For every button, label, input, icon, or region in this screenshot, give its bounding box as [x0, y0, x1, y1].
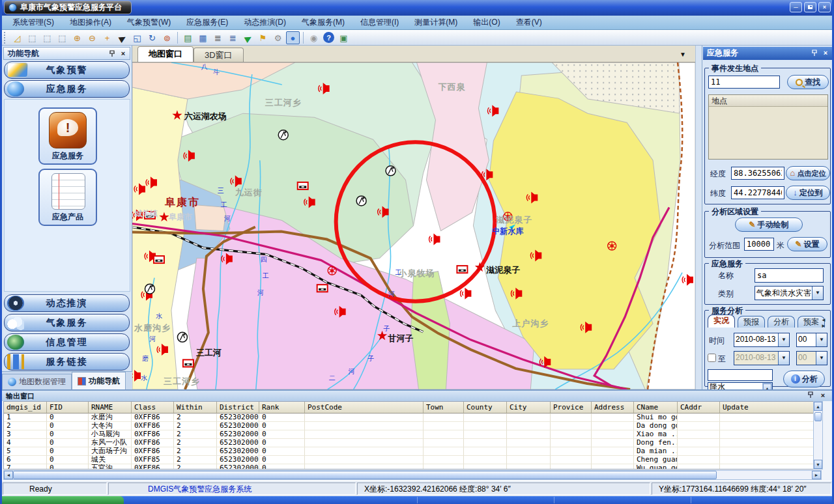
- minimize-button[interactable]: ─: [790, 2, 802, 12]
- menu-item-8[interactable]: 测量计算(M): [407, 16, 465, 29]
- select-lasso-icon[interactable]: ⬚: [40, 31, 54, 44]
- manual-draw-button[interactable]: ✎手动绘制: [735, 217, 803, 232]
- print-icon[interactable]: ≣: [211, 31, 225, 44]
- map-canvas[interactable]: 三工河乡下西泉九运街小泉牧场上户沟乡水磨沟乡三工河乡滋泥泉子城关镇阜康市六运湖农…: [132, 63, 695, 389]
- location-search-input[interactable]: [708, 76, 780, 89]
- column-header-District[interactable]: District: [217, 402, 259, 413]
- column-header-Address[interactable]: Address: [592, 402, 634, 413]
- to-checkbox[interactable]: [708, 354, 716, 362]
- table-row[interactable]: 70五官沟0XFF8626523020000Wu guan gou: [4, 464, 821, 469]
- select-rect-icon[interactable]: ⬚: [25, 31, 39, 44]
- vscroll-thumb[interactable]: [814, 412, 822, 421]
- table-vscrollbar[interactable]: ▲ ▼: [813, 401, 823, 469]
- column-header-Class[interactable]: Class: [132, 402, 174, 413]
- set-button[interactable]: ✎设置: [787, 237, 827, 251]
- analysis-tab-1[interactable]: 实况: [708, 315, 735, 328]
- toolbar-grip[interactable]: [4, 32, 7, 44]
- dropdown-arrow-icon[interactable]: ▼: [812, 287, 823, 300]
- window-list-dropdown-icon[interactable]: ▼: [680, 51, 686, 58]
- panel-splitter[interactable]: [695, 46, 702, 389]
- table-row[interactable]: 60城关0XFF8526523020000Cheng guan: [4, 456, 821, 464]
- visibility-icon[interactable]: ◉: [307, 31, 321, 44]
- select-feature-icon[interactable]: ▶: [238, 29, 257, 47]
- analyze-button[interactable]: i分析: [783, 371, 825, 387]
- nav-tab-2[interactable]: 功能导航: [72, 372, 126, 389]
- nav-section-2[interactable]: 应急服务: [4, 80, 130, 98]
- table-row[interactable]: 20大冬沟0XFF8626523020000Da dong gou: [4, 422, 821, 430]
- locate-to-button[interactable]: ↓定位到: [786, 186, 830, 200]
- marker-icon[interactable]: ⚑: [256, 31, 270, 44]
- column-header-County[interactable]: County: [464, 402, 507, 413]
- column-header-Rank[interactable]: Rank: [259, 402, 305, 413]
- print-color-icon[interactable]: ≣: [226, 31, 240, 44]
- menu-item-3[interactable]: 气象预警(W): [120, 16, 178, 29]
- nav-section-5[interactable]: 信息管理: [4, 333, 130, 351]
- place-list[interactable]: 地点: [708, 94, 828, 160]
- close-button[interactable]: ×: [818, 2, 831, 12]
- close-icon[interactable]: ×: [822, 49, 829, 57]
- zoom-out-icon[interactable]: ⊖: [85, 31, 99, 44]
- zoom-window-icon[interactable]: ⊚: [160, 31, 174, 44]
- close-icon[interactable]: ×: [119, 49, 127, 57]
- service-name-input[interactable]: [755, 268, 824, 283]
- map-layers-icon[interactable]: ▤: [181, 31, 195, 44]
- hscroll-thumb[interactable]: [13, 471, 717, 479]
- table-row[interactable]: 50大面场子沟0XFF8626523020000Da mian ...: [4, 447, 821, 456]
- pin-icon[interactable]: [811, 49, 818, 57]
- column-header-Within[interactable]: Within: [174, 402, 217, 413]
- type-select[interactable]: 气象和洪水灾害▼: [755, 286, 824, 300]
- date-select[interactable]: 2010-08-13▼: [734, 333, 790, 347]
- click-locate-button[interactable]: ⌂点击定位: [786, 166, 830, 180]
- dropdown-arrow-icon[interactable]: ▼: [778, 333, 789, 346]
- analysis-tab-2[interactable]: 预报: [738, 316, 765, 328]
- column-header-Provice[interactable]: Provice: [551, 402, 592, 413]
- scroll-right-icon[interactable]: ►: [812, 471, 821, 479]
- nav-section-1[interactable]: 气象预警: [4, 61, 130, 79]
- scroll-left-icon[interactable]: ◄: [4, 471, 13, 479]
- column-header-CName[interactable]: CName: [634, 402, 678, 413]
- range-input[interactable]: [744, 238, 774, 251]
- menu-item-4[interactable]: 应急服务(E): [179, 16, 235, 29]
- close-icon[interactable]: ×: [819, 391, 827, 399]
- image-view-icon[interactable]: ▦: [196, 31, 210, 44]
- start-button[interactable]: [0, 496, 124, 504]
- pin-icon[interactable]: [807, 391, 814, 399]
- nav-tab-1[interactable]: 地图数据管理: [2, 374, 72, 389]
- dropdown-arrow-icon[interactable]: ▼: [816, 333, 827, 346]
- column-header-dmgis_id[interactable]: dmgis_id: [4, 402, 47, 413]
- settings-icon[interactable]: ⚙: [271, 31, 285, 44]
- table-hscrollbar[interactable]: ◄ ►: [3, 470, 822, 480]
- full-extent-icon[interactable]: ◱: [130, 31, 144, 44]
- menu-item-1[interactable]: 系统管理(S): [5, 16, 61, 29]
- tool-button-2[interactable]: 应急产品: [38, 169, 97, 226]
- nav-section-6[interactable]: 服务链接: [4, 353, 130, 371]
- pan-icon[interactable]: +: [100, 31, 114, 44]
- globe-icon[interactable]: ●: [286, 31, 300, 44]
- column-header-RNAME[interactable]: RNAME: [89, 402, 132, 413]
- menu-item-5[interactable]: 动态推演(D): [237, 16, 293, 29]
- table-row[interactable]: 40东风一小队0XFF8626523020000Dong fen...: [4, 439, 821, 447]
- column-header-PostCode[interactable]: PostCode: [305, 402, 424, 413]
- hour-select[interactable]: 00▼: [796, 333, 827, 347]
- menu-item-10[interactable]: 查看(V): [509, 16, 549, 29]
- restore-button[interactable]: [804, 2, 816, 12]
- column-header-Town[interactable]: Town: [424, 402, 464, 413]
- refresh-icon[interactable]: ↻: [145, 31, 159, 44]
- help-icon[interactable]: ?: [323, 32, 334, 43]
- column-header-City[interactable]: City: [507, 402, 551, 413]
- latitude-input[interactable]: [731, 186, 784, 199]
- menu-item-9[interactable]: 输出(O): [466, 16, 507, 29]
- select-poly-icon[interactable]: ⬚: [55, 31, 69, 44]
- column-header-FID[interactable]: FID: [47, 402, 89, 413]
- nav-section-3[interactable]: 动态推演: [4, 294, 130, 312]
- scroll-up-icon[interactable]: ▲: [814, 402, 822, 411]
- table-row[interactable]: 10水磨沟0XFF8626523020000Shui mo gou: [4, 413, 821, 422]
- map-tab-1[interactable]: 地图窗口: [137, 46, 194, 62]
- measure-icon[interactable]: ◿: [10, 31, 24, 44]
- element-filter-box[interactable]: [708, 369, 773, 381]
- table-row[interactable]: 30小马厩沟0XFF8626523020000Xiao ma ...: [4, 430, 821, 439]
- nav-section-4[interactable]: 气象服务: [4, 314, 130, 331]
- menu-item-7[interactable]: 信息管理(I): [353, 16, 406, 29]
- column-header-CAddr[interactable]: CAddr: [678, 402, 720, 413]
- zoom-in-icon[interactable]: ⊕: [70, 31, 84, 44]
